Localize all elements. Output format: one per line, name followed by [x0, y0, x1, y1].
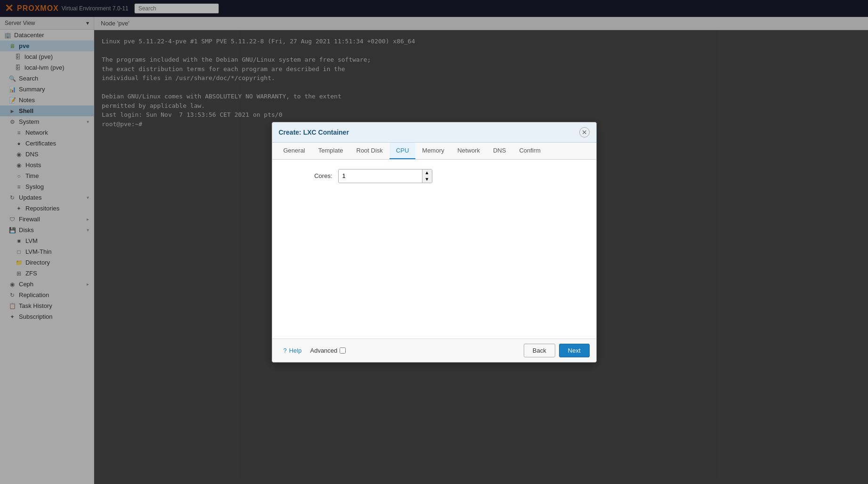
help-icon: ?: [284, 347, 287, 354]
tab-dns[interactable]: DNS: [487, 143, 512, 159]
next-button[interactable]: Next: [559, 344, 590, 357]
tab-cpu[interactable]: CPU: [389, 143, 415, 159]
tab-network[interactable]: Network: [451, 143, 487, 159]
modal-footer: ? Help Advanced Back Next: [272, 339, 596, 362]
tab-general[interactable]: General: [277, 143, 312, 159]
advanced-checkbox[interactable]: [340, 347, 346, 354]
cores-row: Cores: ▲ ▼: [282, 169, 587, 183]
cores-label: Cores:: [282, 172, 338, 179]
help-button[interactable]: ? Help: [279, 345, 307, 356]
tab-template[interactable]: Template: [312, 143, 350, 159]
advanced-label: Advanced: [310, 347, 337, 354]
modal-body: Cores: ▲ ▼: [272, 160, 596, 339]
advanced-checkbox-area[interactable]: Advanced: [310, 347, 346, 354]
cores-spinner-buttons: ▲ ▼: [422, 169, 432, 183]
cores-spinner[interactable]: ▲ ▼: [338, 169, 432, 183]
cores-input[interactable]: [339, 170, 422, 181]
modal-overlay: Create: LXC Container ✕ General Template…: [0, 0, 868, 484]
modal-header: Create: LXC Container ✕: [272, 122, 596, 143]
modal-dialog: Create: LXC Container ✕ General Template…: [272, 122, 597, 363]
help-label: Help: [289, 347, 302, 354]
cores-decrement-button[interactable]: ▼: [422, 176, 432, 183]
tab-memory[interactable]: Memory: [415, 143, 451, 159]
tab-confirm[interactable]: Confirm: [512, 143, 547, 159]
modal-close-button[interactable]: ✕: [579, 127, 590, 137]
cores-increment-button[interactable]: ▲: [422, 169, 432, 176]
back-button[interactable]: Back: [524, 344, 555, 357]
tab-root-disk[interactable]: Root Disk: [350, 143, 389, 159]
modal-title: Create: LXC Container: [279, 129, 349, 136]
modal-tabs: General Template Root Disk CPU Memory Ne…: [272, 143, 596, 160]
